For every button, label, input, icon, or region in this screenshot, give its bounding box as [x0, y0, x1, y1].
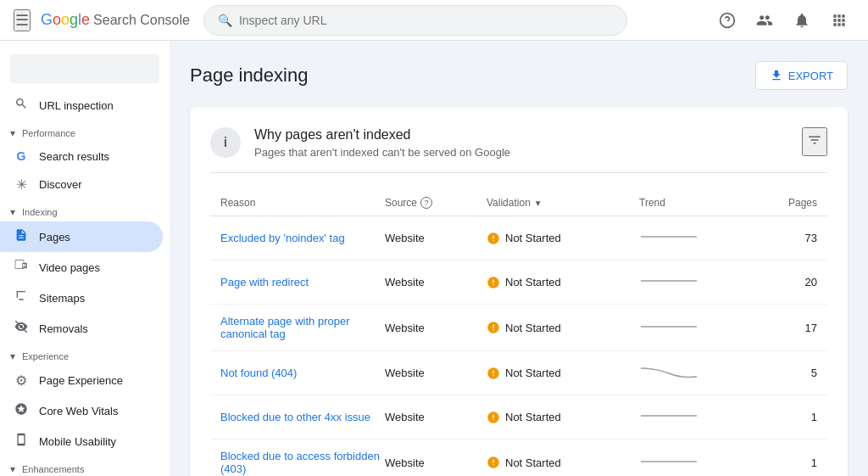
- row-source: Website: [385, 232, 487, 244]
- row-reason[interactable]: Not found (404): [220, 367, 385, 379]
- apps-icon-button[interactable]: [824, 5, 854, 36]
- row-trend: [639, 227, 749, 249]
- sidebar-item-page-experience[interactable]: ⚙ Page Experience: [0, 366, 163, 395]
- row-source: Website: [385, 411, 487, 423]
- logo: G o o g l e Search Console: [41, 11, 190, 29]
- sidebar-item-video-pages-label: Video pages: [39, 261, 100, 274]
- url-search-input[interactable]: [239, 14, 613, 27]
- filter-icon-button[interactable]: [802, 127, 827, 156]
- help-icon: [719, 12, 736, 29]
- table-body: Excluded by 'noindex' tag Website Not St…: [210, 216, 827, 476]
- row-reason[interactable]: Page with redirect: [220, 276, 385, 288]
- notifications-icon-button[interactable]: [787, 5, 817, 36]
- enhancements-section-label: Enhancements: [22, 464, 84, 474]
- row-source: Website: [385, 456, 487, 469]
- sidebar-item-discover-label: Discover: [39, 178, 82, 191]
- row-source: Website: [385, 276, 487, 288]
- row-validation: Not Started: [487, 367, 639, 380]
- sidebar-item-removals[interactable]: Removals: [0, 313, 163, 344]
- col-validation-header[interactable]: Validation ▼: [487, 197, 639, 209]
- row-validation: Not Started: [487, 276, 639, 289]
- card-title: Why pages aren't indexed: [254, 127, 510, 143]
- col-pages-header: Pages: [749, 197, 817, 209]
- validation-warning-icon: [487, 232, 500, 245]
- row-reason[interactable]: Blocked due to other 4xx issue: [220, 411, 385, 423]
- table-row: Excluded by 'noindex' tag Website Not St…: [210, 216, 827, 260]
- logo-e: e: [81, 11, 90, 29]
- sidebar-item-search-results-label: Search results: [39, 150, 109, 163]
- validation-warning-icon: [487, 321, 500, 334]
- sidebar-item-mobile-usability[interactable]: Mobile Usability: [0, 426, 163, 456]
- source-help-icon[interactable]: ?: [420, 197, 432, 209]
- logo-o2: o: [61, 11, 70, 29]
- table-row: Not found (404) Website Not Started 5: [210, 351, 827, 395]
- table-row: Alternate page with proper canonical tag…: [210, 305, 827, 351]
- removals-icon: [14, 320, 29, 337]
- info-banner: i Why pages aren't indexed Pages that ar…: [210, 127, 827, 173]
- sidebar-item-core-web-vitals[interactable]: Core Web Vitals: [0, 395, 163, 426]
- validation-warning-icon: [487, 367, 500, 380]
- menu-icon[interactable]: ☰: [14, 9, 31, 31]
- row-trend: [639, 361, 749, 384]
- performance-section-label: Performance: [22, 128, 75, 138]
- logo-o1: o: [53, 11, 61, 29]
- core-web-vitals-icon: [14, 402, 29, 419]
- export-label: EXPORT: [788, 70, 833, 82]
- discover-icon: ✳: [14, 176, 29, 193]
- chevron-down-icon-experience: ▾: [10, 350, 15, 362]
- header-actions: [712, 5, 854, 36]
- sidebar-item-url-inspection[interactable]: URL inspection: [0, 90, 163, 120]
- mobile-usability-icon: [14, 433, 29, 450]
- sidebar-section-indexing[interactable]: ▾ Indexing: [0, 199, 170, 221]
- row-pages: 1: [749, 411, 817, 423]
- row-reason[interactable]: Alternate page with proper canonical tag: [220, 315, 385, 340]
- sidebar-item-discover[interactable]: ✳ Discover: [0, 170, 163, 199]
- main-content: Page indexing EXPORT i Why pages aren't …: [170, 41, 868, 476]
- col-reason-header: Reason: [220, 197, 385, 209]
- url-search-bar[interactable]: 🔍: [203, 5, 627, 36]
- bell-icon: [793, 12, 810, 29]
- row-validation: Not Started: [487, 232, 639, 245]
- page-header: Page indexing EXPORT: [190, 61, 848, 90]
- sidebar-section-enhancements[interactable]: ▾ Enhancements: [0, 456, 170, 476]
- sidebar-item-core-web-vitals-label: Core Web Vitals: [39, 405, 118, 417]
- sidebar-item-sitemaps-label: Sitemaps: [39, 292, 85, 305]
- row-reason[interactable]: Blocked due to access forbidden (403): [220, 450, 385, 475]
- row-source: Website: [385, 322, 487, 334]
- export-icon: [770, 69, 783, 82]
- sitemaps-icon: [14, 289, 29, 306]
- url-inspection-icon: [14, 97, 29, 114]
- row-pages: 17: [749, 322, 817, 334]
- sidebar-item-video-pages[interactable]: Video pages: [0, 252, 163, 283]
- sidebar-section-experience[interactable]: ▾ Experience: [0, 344, 170, 366]
- accounts-icon-button[interactable]: [749, 5, 780, 36]
- help-icon-button[interactable]: [712, 5, 743, 36]
- table-header: Reason Source ? Validation ▼ Trend Pages: [210, 190, 827, 216]
- logo-g: G: [41, 11, 53, 29]
- sidebar-item-pages[interactable]: Pages: [0, 221, 163, 252]
- product-name: Search Console: [93, 13, 190, 28]
- row-trend: [639, 316, 749, 339]
- page-title: Page indexing: [190, 64, 308, 87]
- row-validation: Not Started: [487, 456, 639, 469]
- row-reason[interactable]: Excluded by 'noindex' tag: [220, 232, 385, 244]
- sidebar-item-sitemaps[interactable]: Sitemaps: [0, 283, 163, 313]
- col-trend-header: Trend: [639, 197, 749, 209]
- sidebar-item-page-experience-label: Page Experience: [39, 374, 123, 387]
- row-validation: Not Started: [487, 321, 639, 334]
- export-button[interactable]: EXPORT: [755, 61, 848, 90]
- search-results-icon: G: [14, 149, 29, 163]
- property-selector[interactable]: [10, 54, 159, 83]
- sidebar: URL inspection ▾ Performance G Search re…: [0, 41, 170, 476]
- sidebar-item-pages-label: Pages: [39, 231, 70, 244]
- row-validation: Not Started: [487, 411, 639, 424]
- sidebar-section-performance[interactable]: ▾ Performance: [0, 120, 170, 143]
- page-experience-icon: ⚙: [14, 372, 29, 389]
- accounts-icon: [756, 12, 773, 29]
- sidebar-item-search-results[interactable]: G Search results: [0, 143, 163, 170]
- sidebar-item-removals-label: Removals: [39, 322, 88, 335]
- row-source: Website: [385, 367, 487, 379]
- chevron-down-icon-enhancements: ▾: [10, 463, 15, 475]
- pages-icon: [14, 228, 29, 245]
- row-trend: [639, 271, 749, 294]
